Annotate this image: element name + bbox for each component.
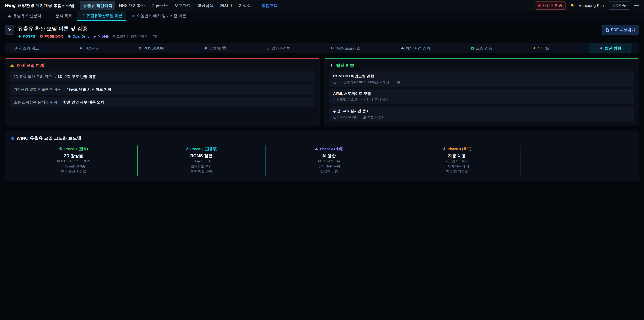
nav-item-board[interactable]: 게시판: [217, 1, 235, 10]
phase-column-4: Phase 4 (목표) 자동 대응 사고감지→예측 →방제자원 배치 전 과정…: [393, 145, 521, 176]
warning-icon: [10, 63, 14, 68]
snav-item-opendrift[interactable]: OpenDrift: [204, 46, 226, 51]
phase-title: 자동 대응: [393, 153, 520, 159]
header-text: 유출유 확산 모델 이론 및 검증 KOSPS POSEIDON OpenDri…: [18, 25, 160, 39]
snav-item-particle-tracking[interactable]: 입자추적법: [266, 46, 291, 51]
snav-item-poseidon[interactable]: POSEIDON: [138, 46, 164, 51]
card-title: 현재 모델 한계: [16, 63, 44, 68]
document-icon: [606, 28, 609, 32]
tab-label: 유출유 확산분석: [13, 13, 41, 19]
snav-item-future-direction[interactable]: 발전 방향: [590, 44, 631, 53]
item-title: 위성 SAR 실시간 동화: [333, 109, 630, 114]
user-name: Eunjeong Kim: [579, 3, 604, 8]
roadmap-title: WING 유출유 모델 고도화 로드맵: [16, 135, 81, 141]
snav-item-ocean-env-input[interactable]: 해양환경 입력: [401, 46, 430, 51]
limitation-item: 기상해양 결합 피드백 미적용 → 대규모 유출 시 정확도 저하: [10, 84, 314, 95]
phase-column-2: Phase 2 (진행중) ROMS 결합 3D 수직 구조 고해상도 연안 조…: [138, 145, 266, 176]
tab-spill-analysis[interactable]: 유출유 확산분석: [4, 11, 45, 21]
tab-analysis-list[interactable]: 분석 목록: [46, 11, 76, 21]
cloud-icon: [401, 46, 404, 50]
nav-item-integrated-search[interactable]: 통합조회: [258, 1, 281, 10]
tab-label: 오일펜스 배치 알고리즘 이론: [137, 13, 186, 19]
phase-line: 3D 수직 구조: [138, 159, 265, 164]
diamond-icon: [79, 46, 83, 50]
navbar-right: 사고 진행중 Eunjeong Kim 로그아웃: [535, 1, 639, 10]
phase-badge: Phase 2 (진행중): [185, 147, 218, 151]
phase-column-3: Phase 3 (계획) AI 융합 ML 서로게이트 위성 SAR 동화 실시…: [266, 145, 393, 176]
rocket-icon: [442, 147, 446, 151]
phase-line: KOSPS + POSEIDON: [10, 159, 137, 164]
incident-status-label: 사고 진행중: [542, 3, 562, 8]
check-square-icon: [470, 46, 474, 50]
brand-title: 해양환경 위기대응 통합시스템: [18, 3, 74, 8]
snav-item-model-validation[interactable]: 모델 검증: [470, 46, 492, 51]
page-header: 유출유 확산 모델 이론 및 검증 KOSPS POSEIDON OpenDri…: [5, 25, 639, 39]
phase-line: ML 서로게이트: [266, 159, 393, 164]
tab-model-theory[interactable]: 유출유확산모델 이론: [77, 11, 126, 21]
circle-icon: [204, 46, 208, 50]
phase-badge: Phase 3 (계획): [314, 147, 344, 151]
roadmap-phases: Phase 1 (완료) 2D 앙상블 KOSPS + POSEIDON + O…: [10, 145, 634, 176]
incident-status-badge[interactable]: 사고 진행중: [535, 1, 566, 10]
phase-title: ROMS 결합: [138, 153, 265, 159]
snav-item-overview[interactable]: 시스템 개요: [13, 46, 39, 51]
sub-tabbar: 유출유 확산분석 분석 목록 유출유확산모델 이론 오일펜스 배치 알고리즘 이…: [0, 11, 644, 21]
bolt-icon: [93, 35, 97, 38]
card-title: 발전 방향: [336, 63, 354, 68]
incident-dot-icon: [538, 5, 540, 7]
nav-item-reports[interactable]: 보고자료: [172, 1, 194, 10]
phase-badge: Phase 4 (목표): [442, 147, 471, 151]
item-title: ROMS 3D 해양모델 결합: [333, 74, 630, 79]
phase-line: 조류 정밀 반영: [138, 169, 265, 174]
phase-line: →방제자원 배치: [393, 164, 520, 169]
development-item: 위성 SAR 실시간 동화 관측 유막 데이터 모델 보정 자동화: [330, 106, 634, 122]
bolt-icon: [533, 46, 536, 50]
layers-icon: [331, 46, 334, 50]
target-icon: [266, 46, 270, 50]
badge-poseidon: POSEIDON: [40, 34, 63, 39]
limitations-card-header: 현재 모델 한계: [5, 59, 319, 69]
nav-item-weather-info[interactable]: 기상정보: [236, 1, 258, 10]
diamond-icon: [18, 35, 22, 38]
hamburger-menu-icon[interactable]: [634, 4, 639, 7]
brand-logo: Wing: [5, 3, 16, 8]
roadmap-card: WING 유출유 모델 고도화 로드맵 Phase 1 (완료) 2D 앙상블 …: [5, 131, 639, 181]
snav-item-kosps[interactable]: KOSPS: [79, 46, 98, 51]
item-desc: 광역→상세역 Nesting 200m급 고해상도 구현: [333, 80, 630, 84]
bell-icon[interactable]: [570, 3, 575, 8]
check-square-icon: [59, 147, 63, 151]
phase-column-1: Phase 1 (완료) 2D 앙상블 KOSPS + POSEIDON + O…: [10, 145, 138, 176]
tab-oilfence-algorithm-theory[interactable]: 오일펜스 배치 알고리즘 이론: [127, 11, 190, 21]
snav-item-ensemble[interactable]: 앙상블: [533, 46, 550, 51]
nav-item-hns-atmospheric[interactable]: HNS·대기확산: [116, 1, 148, 10]
phase-line: 실시간 보정: [266, 169, 393, 174]
nav-item-aerial-search[interactable]: 항공탐색: [194, 1, 216, 10]
globe-icon: [131, 14, 135, 18]
pdf-export-button[interactable]: PDF 내보내기: [602, 25, 639, 35]
development-card: 발전 방향 ROMS 3D 해양모델 결합 광역→상세역 Nesting 200…: [324, 58, 639, 126]
model-badge-row: KOSPS POSEIDON OpenDrift 앙상블 라그랑지안 입자추적 …: [18, 34, 160, 39]
tab-label: 분석 목록: [56, 13, 72, 19]
rocket-icon: [600, 46, 603, 50]
ring-icon: [138, 46, 142, 50]
nav-item-emergency-rescue[interactable]: 긴급구난: [148, 1, 171, 10]
main-menu: 유출유 확산예측 HNS·대기확산 긴급구난 보고자료 항공탐색 게시판 기상정…: [80, 1, 281, 10]
item-title: AI/ML 서로게이트 모델: [333, 91, 630, 96]
snav-item-weathering-process[interactable]: 풍화 프로세스: [331, 46, 360, 51]
brand: Wing 해양환경 위기대응 통합시스템: [5, 3, 74, 8]
limitations-card: 현재 모델 한계 2D 표층 확산 모의 위주 → 3D 수직 구조 반영 미흡…: [5, 58, 320, 126]
book-icon: [10, 136, 14, 140]
phase-line: 고해상도 연안: [138, 164, 265, 169]
logout-button[interactable]: 로그아웃: [608, 1, 630, 10]
tab-label: 유출유확산모델 이론: [86, 13, 122, 18]
pointer-icon: [5, 25, 14, 35]
badge-opendrift: OpenDrift: [68, 34, 89, 39]
development-item: ROMS 3D 해양모델 결합 광역→상세역 Nesting 200m급 고해상…: [330, 72, 634, 87]
page-subtitle: 라그랑지안 입자추적 이론 기반: [113, 34, 160, 39]
phase-title: 2D 앙상블: [10, 153, 137, 159]
development-card-header: 발전 방향: [325, 59, 639, 69]
badge-kosps: KOSPS: [18, 34, 35, 39]
nav-item-oil-spill-prediction[interactable]: 유출유 확산예측: [80, 1, 116, 10]
phase-line: + OpenDrift 3종: [10, 164, 137, 169]
phase-line: 사고감지→예측: [393, 159, 520, 164]
